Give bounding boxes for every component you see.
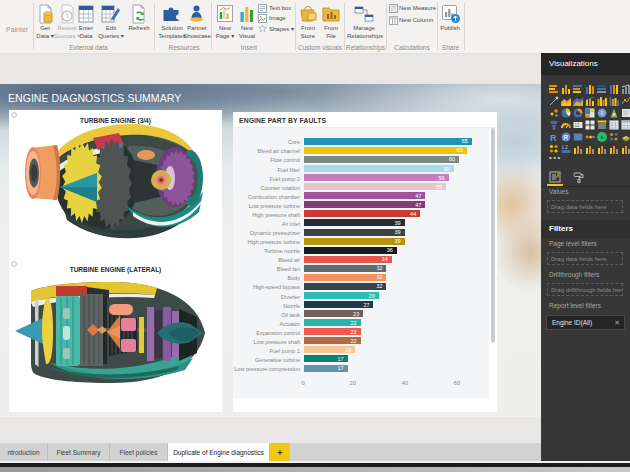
svg-text:R: R <box>550 133 557 142</box>
svg-text:12: 12 <box>575 123 581 128</box>
svg-text:1.2: 1.2 <box>562 145 569 150</box>
svg-text:R: R <box>563 134 568 141</box>
